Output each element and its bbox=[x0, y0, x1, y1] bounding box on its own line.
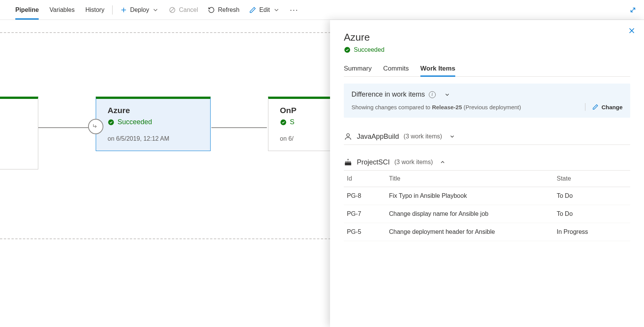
panel-title: Azure bbox=[344, 31, 630, 43]
stage-date: on 6/5/2019, 12:12 AM bbox=[108, 135, 202, 142]
deploy-label: Deploy bbox=[130, 7, 149, 13]
edit-label: Edit bbox=[259, 7, 270, 13]
diff-header[interactable]: Difference in work items i bbox=[351, 90, 623, 99]
toolbar: Pipeline Variables History Deploy Cancel… bbox=[0, 0, 644, 20]
col-id[interactable]: Id bbox=[344, 171, 386, 187]
group-name: JavaAppBuild bbox=[357, 133, 399, 141]
cancel-label: Cancel bbox=[179, 7, 198, 13]
details-panel: Azure Succeeded Summary Commits Work Ite… bbox=[330, 20, 644, 327]
toolbar-right bbox=[629, 7, 636, 13]
wi-title: Change display name for Ansible job bbox=[386, 205, 554, 223]
toolbar-actions: Deploy Cancel Refresh Edit ··· bbox=[120, 5, 299, 14]
wi-state: In Progress bbox=[554, 223, 630, 241]
stage-status: Succeeded bbox=[108, 118, 202, 126]
svg-line-4 bbox=[631, 8, 635, 12]
refresh-icon bbox=[208, 7, 215, 13]
edit-button[interactable]: Edit bbox=[249, 7, 280, 13]
svg-point-10 bbox=[347, 134, 349, 136]
change-comparison-button[interactable]: Change bbox=[592, 104, 623, 110]
info-icon: i bbox=[429, 91, 436, 98]
diff-prefix: Showing changes compared to bbox=[351, 104, 432, 110]
tab-variables[interactable]: Variables bbox=[49, 0, 75, 20]
stage-card-left-partial[interactable]: M bbox=[0, 97, 38, 169]
avatar-icon bbox=[344, 132, 352, 141]
check-circle-icon bbox=[108, 119, 114, 126]
tab-history[interactable]: History bbox=[85, 0, 105, 20]
diff-box: Difference in work items i Showing chang… bbox=[344, 84, 630, 118]
panel-tab-summary[interactable]: Summary bbox=[344, 65, 372, 76]
divider bbox=[112, 5, 113, 15]
svg-point-6 bbox=[281, 119, 286, 125]
refresh-button[interactable]: Refresh bbox=[208, 7, 239, 13]
close-icon bbox=[628, 27, 636, 35]
chevron-up-icon bbox=[440, 159, 446, 165]
svg-rect-11 bbox=[345, 163, 351, 165]
group-name: ProjectSCI bbox=[357, 158, 390, 166]
status-label: S bbox=[290, 118, 294, 126]
pencil-icon bbox=[592, 104, 598, 110]
diff-sub-text: Showing changes compared to Release-25 (… bbox=[351, 104, 521, 110]
chevron-down-icon bbox=[449, 133, 455, 140]
group-header[interactable]: JavaAppBuild (3 work items) bbox=[344, 128, 630, 145]
enter-arrow-icon bbox=[92, 123, 99, 130]
panel-tabs: Summary Commits Work Items bbox=[344, 65, 630, 77]
wi-state: To Do bbox=[554, 205, 630, 223]
stage-title: Azure bbox=[108, 106, 202, 115]
status-label: Succeeded bbox=[118, 118, 152, 126]
connector-2 bbox=[211, 127, 267, 128]
tab-pipeline[interactable]: Pipeline bbox=[15, 0, 39, 20]
diff-release: Release-25 bbox=[432, 104, 462, 110]
col-title[interactable]: Title bbox=[386, 171, 554, 187]
svg-line-3 bbox=[171, 8, 174, 12]
diff-title: Difference in work items bbox=[351, 90, 425, 99]
deploy-button[interactable]: Deploy bbox=[120, 7, 159, 13]
fullscreen-button[interactable] bbox=[629, 7, 636, 13]
table-row[interactable]: PG-7 Change display name for Ansible job… bbox=[344, 205, 630, 223]
svg-point-9 bbox=[345, 47, 350, 53]
group-count: (3 work items) bbox=[394, 159, 433, 166]
panel-tab-commits[interactable]: Commits bbox=[383, 65, 409, 76]
wi-state: To Do bbox=[554, 187, 630, 205]
wi-title: Fix Typo in Ansible Playbook bbox=[386, 187, 554, 205]
diff-suffix: (Previous deployment) bbox=[462, 104, 521, 110]
factory-icon bbox=[344, 158, 352, 166]
check-circle-icon bbox=[280, 119, 287, 126]
group-count: (3 work items) bbox=[404, 133, 442, 140]
wi-id: PG-5 bbox=[344, 223, 386, 241]
chevron-down-icon bbox=[444, 92, 450, 98]
wi-title: Change deployment header for Ansible bbox=[386, 223, 554, 241]
panel-tab-workitems[interactable]: Work Items bbox=[420, 65, 455, 76]
gate-icon[interactable] bbox=[88, 119, 103, 134]
panel-status: Succeeded bbox=[344, 46, 630, 53]
connector-1 bbox=[38, 127, 96, 128]
chevron-down-icon bbox=[152, 7, 159, 13]
change-label: Change bbox=[602, 104, 623, 110]
diff-sub: Showing changes compared to Release-25 (… bbox=[351, 103, 623, 111]
plus-icon bbox=[120, 7, 127, 13]
ellipsis-icon: ··· bbox=[290, 5, 299, 14]
wi-id: PG-8 bbox=[344, 187, 386, 205]
svg-point-5 bbox=[108, 119, 114, 125]
panel-status-label: Succeeded bbox=[354, 46, 384, 53]
expand-icon bbox=[629, 7, 636, 13]
cancel-icon bbox=[169, 7, 176, 13]
more-button[interactable]: ··· bbox=[290, 5, 299, 14]
workitem-table: Id Title State PG-8 Fix Typo in Ansible … bbox=[344, 171, 630, 241]
pencil-icon bbox=[249, 7, 256, 13]
wi-id: PG-7 bbox=[344, 205, 386, 223]
chevron-down-icon bbox=[273, 7, 280, 13]
refresh-label: Refresh bbox=[218, 7, 239, 13]
workitem-group-projectsci: ProjectSCI (3 work items) Id Title State… bbox=[344, 154, 630, 241]
table-row[interactable]: PG-8 Fix Typo in Ansible Playbook To Do bbox=[344, 187, 630, 205]
table-header-row: Id Title State bbox=[344, 171, 630, 187]
col-state[interactable]: State bbox=[554, 171, 630, 187]
cancel-button: Cancel bbox=[169, 7, 198, 13]
stage-card-azure[interactable]: Azure Succeeded on 6/5/2019, 12:12 AM bbox=[96, 97, 211, 151]
group-header[interactable]: ProjectSCI (3 work items) bbox=[344, 154, 630, 171]
divider bbox=[585, 103, 585, 111]
check-circle-icon bbox=[344, 46, 351, 53]
close-button[interactable] bbox=[628, 27, 636, 36]
toolbar-tabs: Pipeline Variables History bbox=[15, 0, 105, 20]
table-row[interactable]: PG-5 Change deployment header for Ansibl… bbox=[344, 223, 630, 241]
workitem-group-javaappbuild: JavaAppBuild (3 work items) bbox=[344, 128, 630, 145]
